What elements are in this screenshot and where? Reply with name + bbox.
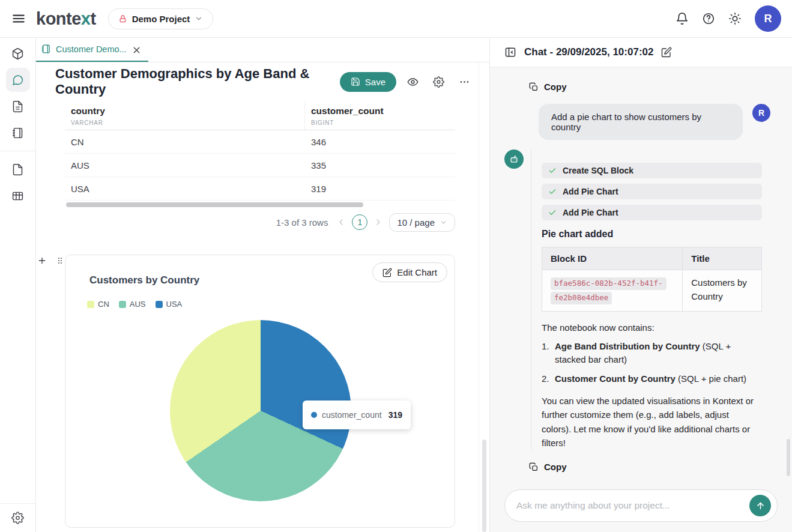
block-title-cell: Customers by Country	[683, 270, 762, 312]
send-button[interactable]	[749, 495, 771, 516]
top-bar: kontext Demo Project R	[0, 0, 792, 38]
list-item-bold: Age Band Distribution by Country	[555, 341, 700, 351]
result-table-header: Title	[683, 247, 762, 270]
lock-icon	[118, 14, 127, 23]
notebook-title: Customer Demographics by Age Band & Coun…	[55, 66, 319, 97]
edit-chart-button[interactable]: Edit Chart	[372, 262, 447, 282]
rows-summary: 1-3 of 3 rows	[276, 217, 328, 228]
table-grid-icon	[11, 190, 24, 202]
cube-icon	[11, 47, 24, 60]
cell-count: 319	[305, 184, 332, 194]
next-page-icon[interactable]	[373, 217, 383, 227]
sidebar-item-chat[interactable]	[6, 68, 30, 92]
horizontal-scrollbar	[65, 201, 455, 209]
list-number: 1.	[542, 340, 555, 367]
sidebar-item-settings[interactable]	[6, 506, 30, 530]
copy-label: Copy	[544, 82, 567, 92]
sidebar-item-files[interactable]	[6, 157, 30, 181]
settings-gear-icon[interactable]	[433, 76, 444, 88]
notebook-scrollbar-thumb[interactable]	[482, 440, 486, 532]
tab-bar: Customer Demo...	[36, 38, 489, 62]
tool-action-create-sql-block[interactable]: Create SQL Block	[542, 163, 762, 178]
sidebar-item-models[interactable]	[6, 41, 30, 65]
gear-icon	[11, 512, 24, 524]
chart-legend: CN AUS USA	[87, 300, 182, 309]
tool-action-add-pie-chart[interactable]: Add Pie Chart	[542, 184, 762, 199]
block-id-code: bfae586c-082b-452f-b41f-	[551, 277, 667, 290]
user-avatar[interactable]: R	[755, 5, 781, 32]
sidebar-item-tables[interactable]	[6, 184, 30, 208]
copy-icon	[529, 462, 539, 472]
chat-input[interactable]	[516, 500, 749, 511]
tab-customer-demographics[interactable]: Customer Demo...	[36, 38, 148, 62]
legend-item-cn[interactable]: CN	[87, 300, 109, 309]
help-icon[interactable]	[702, 12, 715, 25]
copy-label: Copy	[544, 462, 567, 472]
copy-icon	[529, 82, 539, 92]
chat-scrollbar-thumb[interactable]	[787, 439, 790, 476]
user-avatar: R	[752, 104, 770, 122]
drag-handle-icon[interactable]	[55, 256, 65, 265]
add-block-icon[interactable]	[37, 256, 47, 265]
chat-header: Chat - 29/09/2025, 10:07:02	[490, 38, 792, 67]
save-button[interactable]: Save	[340, 72, 396, 92]
new-chat-edit-icon[interactable]	[661, 47, 672, 58]
legend-item-usa[interactable]: USA	[156, 300, 183, 309]
chat-messages: Copy Add a pie chart to show customers b…	[490, 67, 792, 532]
chart-title: Customers by Country	[89, 274, 199, 286]
file-text-icon	[11, 100, 24, 113]
sidebar-item-documents[interactable]	[6, 94, 30, 118]
result-table-row: bfae586c-082b-452f-b41f- fe2b08e4dbee Cu…	[542, 270, 762, 312]
table-row[interactable]: USA 319	[65, 177, 455, 201]
legend-item-aus[interactable]: AUS	[119, 300, 146, 309]
prev-page-icon[interactable]	[336, 217, 346, 227]
check-icon	[548, 187, 557, 196]
check-icon	[548, 166, 557, 175]
assistant-message-content: Create SQL Block Add Pie Chart Add Pie C…	[531, 150, 779, 450]
app-logo: kontext	[36, 9, 96, 29]
edit-chart-label: Edit Chart	[397, 267, 437, 277]
copy-message-button[interactable]: Copy	[529, 82, 567, 92]
notifications-bell-icon[interactable]	[676, 12, 689, 25]
chat-title: Chat - 29/09/2025, 10:07:02	[524, 46, 653, 58]
collapse-panel-icon[interactable]	[504, 46, 516, 58]
legend-label: CN	[98, 300, 109, 309]
sidebar-divider	[0, 151, 36, 151]
more-options-icon[interactable]	[459, 76, 470, 88]
column-name: customer_count	[311, 106, 449, 116]
result-table: Block ID Title bfae586c-082b-452f-b41f- …	[542, 247, 762, 312]
table-row[interactable]: CN 346	[65, 130, 455, 154]
list-item: 1. Age Band Distribution by Country (SQL…	[542, 340, 762, 367]
sidebar-item-notebooks[interactable]	[6, 121, 30, 145]
chart-tooltip: customer_count 319	[303, 401, 411, 429]
column-name: country	[71, 106, 298, 116]
pagination-bar: 1-3 of 3 rows 1 10 / page	[65, 209, 455, 235]
pie-chart-card: Edit Chart Customers by Country CN AUS U…	[65, 255, 455, 528]
assistant-message-row: Create SQL Block Add Pie Chart Add Pie C…	[504, 150, 778, 450]
legend-label: USA	[166, 300, 183, 309]
edit-icon	[382, 268, 392, 277]
list-item-rest: (SQL + pie chart)	[676, 373, 746, 384]
project-name: Demo Project	[132, 14, 190, 24]
cell-country: AUS	[65, 160, 305, 171]
theme-brightness-icon[interactable]	[728, 12, 742, 25]
sql-results-table: country VARCHAR customer_count BIGINT CN…	[65, 101, 455, 209]
legend-swatch	[119, 301, 126, 308]
action-label: Add Pie Chart	[563, 208, 618, 217]
project-selector[interactable]: Demo Project	[108, 8, 214, 29]
preview-eye-icon[interactable]	[407, 76, 419, 88]
save-icon	[351, 77, 360, 86]
page-number-button[interactable]: 1	[352, 214, 367, 230]
block-id-code: fe2b08e4dbee	[551, 292, 612, 304]
table-row[interactable]: AUS 335	[65, 154, 455, 177]
check-icon	[548, 208, 557, 217]
closing-paragraph: You can view the updated visualisations …	[542, 394, 762, 450]
menu-icon[interactable]	[11, 11, 26, 26]
assistant-robot-avatar	[504, 150, 524, 169]
result-table-header: Block ID	[542, 247, 683, 270]
horizontal-scrollbar-thumb[interactable]	[66, 202, 363, 207]
tab-close-icon[interactable]	[131, 45, 140, 53]
copy-response-button[interactable]: Copy	[529, 462, 567, 472]
tool-action-add-pie-chart[interactable]: Add Pie Chart	[542, 205, 762, 220]
page-size-select[interactable]: 10 / page	[389, 213, 455, 232]
